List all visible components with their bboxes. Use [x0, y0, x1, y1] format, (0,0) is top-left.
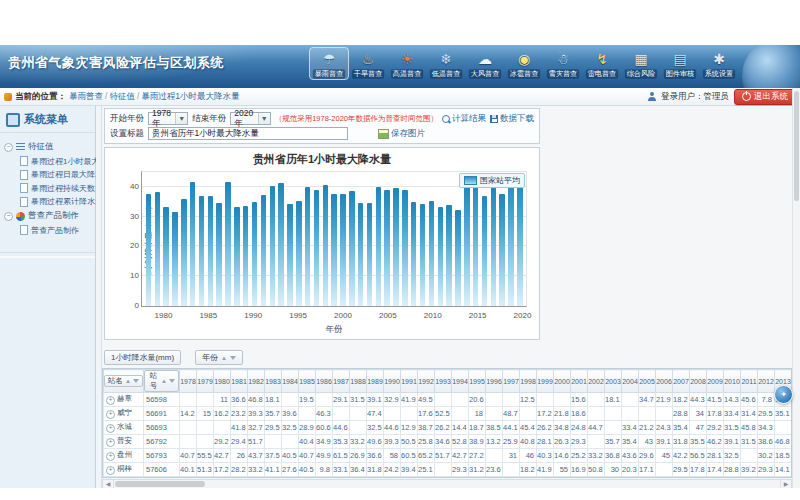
scroll-left-arrow[interactable]: ◀	[103, 480, 114, 488]
bar-2008[interactable]	[411, 202, 416, 306]
header-year-1989[interactable]: 1989	[367, 370, 384, 393]
bar-2017[interactable]	[491, 186, 496, 306]
nav-item-gale[interactable]: ☁大风普查	[466, 48, 504, 79]
header-year-1993[interactable]: 1993	[435, 370, 452, 393]
calculate-button[interactable]: 计算结果	[442, 113, 486, 125]
header-year-1995[interactable]: 1995	[469, 370, 486, 393]
breadcrumb-item[interactable]: 暴雨过程1小时最大降水量	[141, 91, 239, 101]
download-button[interactable]: 数据下载	[490, 113, 534, 125]
start-year-select[interactable]: 1978年 ▼	[148, 112, 188, 125]
bar-2001[interactable]	[349, 191, 354, 306]
scroll-right-arrow[interactable]: ▶	[780, 480, 791, 488]
header-year-1985[interactable]: 1985	[299, 370, 316, 393]
header-year-2003[interactable]: 2003	[605, 370, 622, 393]
header-year-2008[interactable]: 2008	[690, 370, 707, 393]
end-year-select[interactable]: 2020年 ▼	[230, 112, 270, 125]
nav-item-map-review[interactable]: ▤图件审核	[661, 48, 699, 79]
header-year-1988[interactable]: 1988	[350, 370, 367, 393]
vertical-scroll-thumb[interactable]	[794, 91, 799, 201]
bar-2011[interactable]	[438, 207, 443, 306]
horizontal-scrollbar[interactable]: ◀ ▶	[102, 479, 792, 488]
header-year-2010[interactable]: 2010	[724, 370, 741, 393]
expand-icon[interactable]: +	[106, 438, 115, 447]
bar-1993[interactable]	[278, 183, 283, 306]
bar-2013[interactable]	[455, 210, 460, 306]
header-year-1983[interactable]: 1983	[265, 370, 282, 393]
header-year-2012[interactable]: 2012	[758, 370, 775, 393]
header-year-1996[interactable]: 1996	[486, 370, 503, 393]
header-year-1986[interactable]: 1986	[316, 370, 333, 393]
bar-2012[interactable]	[446, 205, 451, 306]
sort-asc-icon[interactable]: ▲	[161, 378, 167, 384]
bar-1990[interactable]	[252, 202, 257, 306]
nav-item-high-temp[interactable]: ☀高温普查	[388, 48, 426, 79]
header-year-1991[interactable]: 1991	[401, 370, 418, 393]
header-year-2002[interactable]: 2002	[588, 370, 605, 393]
tree-item[interactable]: 暴雨过程持续天数	[20, 183, 93, 194]
expand-icon[interactable]: +	[106, 410, 115, 419]
bar-1991[interactable]	[261, 195, 266, 306]
bar-1984[interactable]	[199, 196, 204, 306]
field-chip[interactable]: 站号 ▲	[144, 370, 179, 392]
header-year-2007[interactable]: 2007	[673, 370, 690, 393]
breadcrumb-item[interactable]: 特征值	[109, 91, 135, 101]
bar-2006[interactable]	[393, 188, 398, 306]
bar-1987[interactable]	[225, 182, 230, 306]
nav-item-low-temp[interactable]: ❄低温普查	[427, 48, 465, 79]
bar-2005[interactable]	[384, 190, 389, 306]
header-year-1979[interactable]: 1979	[197, 370, 214, 393]
bar-1982[interactable]	[181, 199, 186, 306]
expand-icon[interactable]: +	[106, 396, 115, 405]
bar-2007[interactable]	[402, 190, 407, 306]
bar-2015[interactable]	[473, 179, 478, 306]
nav-item-comprehensive-risk[interactable]: ▦综合风险	[622, 48, 660, 79]
nav-item-lightning[interactable]: ↯雷电普查	[583, 48, 621, 79]
nav-item-drought[interactable]: ♨干旱普查	[349, 48, 387, 79]
bar-1996[interactable]	[305, 187, 310, 306]
bar-1986[interactable]	[216, 203, 221, 306]
tree-item[interactable]: 暴雨过程1小时最大降水量	[20, 156, 93, 167]
collapse-icon[interactable]: −	[4, 143, 13, 152]
header-year-1978[interactable]: 1978	[180, 370, 197, 393]
header-year-2004[interactable]: 2004	[622, 370, 639, 393]
sort-asc-icon[interactable]: ▲	[221, 355, 227, 361]
bar-1998[interactable]	[323, 185, 328, 306]
bar-1989[interactable]	[243, 206, 248, 306]
tree-item[interactable]: 普查产品制作	[20, 225, 93, 236]
bar-1979[interactable]	[155, 192, 160, 306]
breadcrumb-item[interactable]: 暴雨普查	[69, 91, 103, 101]
bar-2002[interactable]	[358, 203, 363, 306]
filter-icon[interactable]	[169, 379, 175, 383]
expand-icon[interactable]: +	[106, 452, 115, 461]
bar-2018[interactable]	[499, 194, 504, 306]
logout-button[interactable]: 退出系统	[734, 89, 796, 105]
header-year-1981[interactable]: 1981	[231, 370, 248, 393]
bar-2019[interactable]	[508, 173, 513, 306]
nav-item-rainstorm[interactable]: ☂暴雨普查	[310, 48, 348, 79]
header-year-2000[interactable]: 2000	[554, 370, 571, 393]
tree-group-0[interactable]: −特征值	[4, 141, 93, 153]
bar-1995[interactable]	[296, 201, 301, 306]
filter-icon[interactable]	[133, 379, 139, 383]
bar-1997[interactable]	[314, 190, 319, 306]
tree-item[interactable]: 暴雨过程累计降水量	[20, 196, 93, 207]
save-image-button[interactable]: 保存图片	[378, 128, 425, 140]
header-year-1992[interactable]: 1992	[418, 370, 435, 393]
bar-2016[interactable]	[482, 196, 487, 306]
header-year-1999[interactable]: 1999	[537, 370, 554, 393]
measure-field-chip[interactable]: 1小时降水量(mm)	[104, 350, 181, 365]
filter-icon[interactable]	[230, 356, 236, 360]
bar-1981[interactable]	[172, 212, 177, 306]
sort-asc-icon[interactable]: ▲	[125, 378, 131, 384]
bar-1994[interactable]	[287, 204, 292, 306]
header-year-2005[interactable]: 2005	[639, 370, 656, 393]
header-year-1984[interactable]: 1984	[282, 370, 299, 393]
nav-item-hail[interactable]: ◉冰雹普查	[505, 48, 543, 79]
tree-group-1[interactable]: −普查产品制作	[4, 210, 93, 222]
bar-1980[interactable]	[163, 207, 168, 306]
header-year-1987[interactable]: 1987	[333, 370, 350, 393]
expand-icon[interactable]: +	[106, 466, 115, 475]
header-year-2009[interactable]: 2009	[707, 370, 724, 393]
header-year-2011[interactable]: 2011	[741, 370, 758, 393]
header-year-1982[interactable]: 1982	[248, 370, 265, 393]
